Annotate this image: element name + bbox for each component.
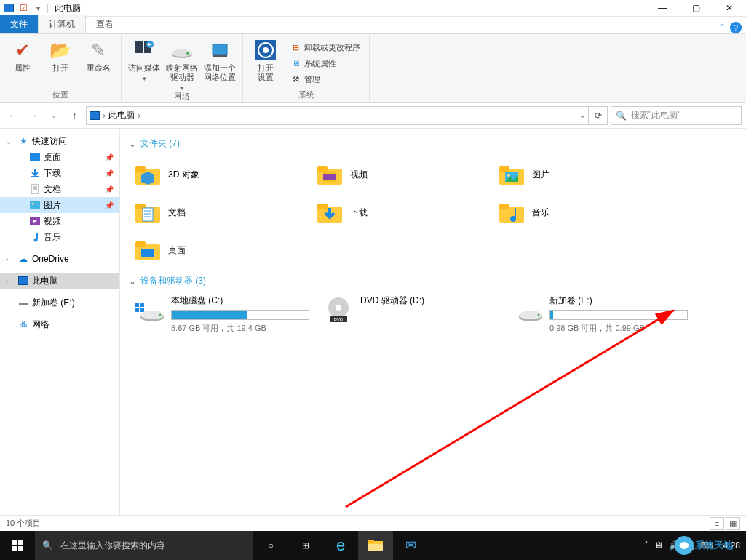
map-drive-button[interactable]: 映射网络 驱动器▾ xyxy=(165,37,199,93)
task-view-button[interactable]: ⊞ xyxy=(288,531,323,560)
tab-computer[interactable]: 计算机 xyxy=(38,15,86,33)
folder-item[interactable]: 下载 xyxy=(314,193,496,231)
chevron-right-icon[interactable]: › xyxy=(138,111,140,121)
drive-item[interactable]: 新加卷 (E:)0.98 GB 可用，共 0.99 GB xyxy=(510,293,692,335)
nav-item-videos[interactable]: 视频 xyxy=(0,213,119,229)
nav-onedrive[interactable]: › ☁ OneDrive xyxy=(0,251,119,267)
drive-item[interactable]: 本地磁盘 (C:)8.67 GB 可用，共 19.4 GB xyxy=(132,293,314,335)
forward-button[interactable]: → xyxy=(25,107,42,124)
folder-item[interactable]: 视频 xyxy=(314,156,496,193)
pin-icon: 📌 xyxy=(105,185,114,193)
drive-icon xyxy=(512,295,544,327)
add-location-icon xyxy=(208,39,231,62)
nav-item-desktop[interactable]: 桌面📌 xyxy=(0,149,119,165)
maximize-button[interactable]: ▢ xyxy=(679,0,713,17)
folder-icon xyxy=(133,160,162,189)
start-button[interactable] xyxy=(0,531,35,560)
chevron-right-icon[interactable]: › xyxy=(6,255,15,263)
capacity-bar xyxy=(549,310,688,320)
tab-file[interactable]: 文件 xyxy=(0,15,38,33)
item-count: 10 个项目 xyxy=(6,518,41,529)
nav-new-volume[interactable]: ▬ 新加卷 (E:) xyxy=(0,295,119,311)
nav-item-pictures[interactable]: 图片📌 xyxy=(0,197,119,213)
folder-item[interactable]: 音乐 xyxy=(496,193,678,231)
nav-network[interactable]: 🖧 网络 xyxy=(0,316,119,332)
up-button[interactable]: ↑ xyxy=(66,107,83,124)
manage-button[interactable]: 🛠管理 xyxy=(287,72,363,87)
recent-locations-button[interactable]: ⌄ xyxy=(45,107,63,124)
taskbar: 🔍 在这里输入你要搜索的内容 ○ ⊞ e ✉ ˄ 🖥 🔊 英 ⌨ 14:28 xyxy=(0,531,746,560)
drives-group-header[interactable]: ⌄ 设备和驱动器 (3) xyxy=(123,272,743,290)
collapse-ribbon-icon[interactable]: ⌃ xyxy=(718,23,726,33)
svg-rect-16 xyxy=(30,201,40,209)
properties-button[interactable]: ✔属性 xyxy=(6,37,39,73)
open-settings-button[interactable]: 打开 设置 xyxy=(249,37,282,82)
add-location-button[interactable]: 添加一个 网络位置 xyxy=(203,37,237,82)
folder-item[interactable]: 3D 对象 xyxy=(132,156,314,193)
uninstall-button[interactable]: ⊟卸载或更改程序 xyxy=(287,40,363,55)
nav-quick-access[interactable]: ⌄ ★ 快速访问 xyxy=(0,133,119,149)
back-button[interactable]: ← xyxy=(4,107,22,124)
address-bar[interactable]: › 此电脑 › ⌄ xyxy=(86,106,589,125)
ribbon-group-label: 网络 xyxy=(127,89,237,102)
svg-rect-63 xyxy=(12,546,17,551)
folder-item[interactable]: 文档 xyxy=(132,193,314,231)
navigation-pane: ⌄ ★ 快速访问 桌面📌下载📌文档📌图片📌视频音乐 › ☁ OneDrive ›… xyxy=(0,129,120,515)
downloads-icon xyxy=(29,167,41,179)
chevron-down-icon: ⌄ xyxy=(129,276,136,287)
drive-icon xyxy=(133,295,165,327)
nav-item-music[interactable]: 音乐 xyxy=(0,229,119,245)
svg-point-5 xyxy=(186,52,189,55)
svg-rect-64 xyxy=(18,546,23,551)
rename-icon: ✎ xyxy=(87,39,110,62)
system-properties-button[interactable]: 🖥系统属性 xyxy=(287,56,363,71)
map-drive-icon xyxy=(170,39,194,62)
folder-item[interactable]: 图片 xyxy=(496,156,678,193)
folder-item[interactable]: 桌面 xyxy=(132,231,314,269)
nav-item-downloads[interactable]: 下载📌 xyxy=(0,165,119,181)
mail-button[interactable]: ✉ xyxy=(393,531,428,560)
refresh-button[interactable]: ⟳ xyxy=(589,106,608,125)
pc-icon xyxy=(90,111,100,120)
access-media-button[interactable]: 访问媒体▾ xyxy=(127,37,161,84)
rename-button[interactable]: ✎重命名 xyxy=(82,37,115,73)
cortana-button[interactable]: ○ xyxy=(253,531,288,560)
network-tray-icon[interactable]: 🖥 xyxy=(654,540,663,551)
open-button[interactable]: 📂打开 xyxy=(44,37,77,73)
qat-properties-icon[interactable]: ☑ xyxy=(17,2,29,14)
details-view-button[interactable]: ≡ xyxy=(710,517,724,530)
folder-icon xyxy=(315,198,344,227)
nav-this-pc[interactable]: › 此电脑 xyxy=(0,273,119,289)
chevron-down-icon[interactable]: ⌄ xyxy=(6,137,15,145)
taskbar-search-input[interactable]: 🔍 在这里输入你要搜索的内容 xyxy=(35,531,253,560)
svg-point-54 xyxy=(336,305,341,311)
tab-view[interactable]: 查看 xyxy=(86,15,124,33)
search-icon: 🔍 xyxy=(616,111,627,121)
search-icon: 🔍 xyxy=(42,540,53,551)
search-input[interactable]: 🔍 搜索"此电脑" xyxy=(611,106,742,125)
nav-item-documents[interactable]: 文档📌 xyxy=(0,181,119,197)
tiles-view-button[interactable]: ▦ xyxy=(726,517,740,530)
minimize-button[interactable]: ― xyxy=(646,0,679,17)
chevron-right-icon[interactable]: › xyxy=(6,277,15,285)
sysprops-icon: 🖥 xyxy=(290,57,301,69)
drive-item[interactable]: DVDDVD 驱动器 (D:) xyxy=(321,293,503,335)
edge-button[interactable]: e xyxy=(323,531,358,560)
tray-chevron-icon[interactable]: ˄ xyxy=(644,540,648,551)
close-button[interactable]: ✕ xyxy=(713,0,746,17)
svg-rect-0 xyxy=(135,41,143,53)
help-icon[interactable]: ? xyxy=(730,22,742,33)
breadcrumb[interactable]: 此电脑 xyxy=(108,109,135,121)
settings-icon xyxy=(254,39,277,62)
title-bar: ☑ ▾ | 此电脑 ― ▢ ✕ xyxy=(0,0,746,17)
qat-dropdown-icon[interactable]: ▾ xyxy=(32,2,44,14)
capacity-bar xyxy=(171,310,309,320)
svg-rect-49 xyxy=(140,308,144,312)
address-dropdown-icon[interactable]: ⌄ xyxy=(579,111,585,119)
svg-rect-6 xyxy=(213,44,227,55)
svg-point-19 xyxy=(34,239,38,242)
folders-group-header[interactable]: ⌄ 文件夹 (7) xyxy=(123,135,743,153)
chevron-right-icon[interactable]: › xyxy=(103,111,106,121)
drive-icon: ▬ xyxy=(17,297,29,308)
explorer-button[interactable] xyxy=(358,531,393,560)
